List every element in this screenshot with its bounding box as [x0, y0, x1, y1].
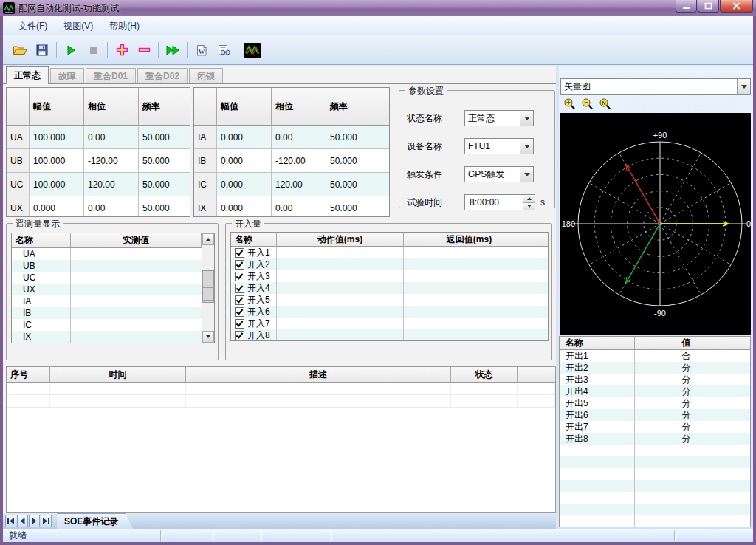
menu-item-2[interactable]: 帮助(H)	[101, 18, 148, 35]
nav-first-icon[interactable]	[5, 515, 16, 527]
menu-item-0[interactable]: 文件(F)	[10, 18, 55, 35]
save-icon[interactable]	[32, 41, 52, 60]
view-selector-combo[interactable]: 矢量图	[560, 78, 751, 95]
scroll-up-icon[interactable]	[202, 233, 214, 245]
amplitude-cell[interactable]: 100.000	[30, 173, 84, 196]
amplitude-cell[interactable]: 100.000	[30, 149, 84, 172]
col-time: 时间	[50, 367, 186, 382]
add-icon[interactable]	[112, 41, 131, 60]
digital-output-row: 开出3分	[560, 374, 750, 385]
nav-next-icon[interactable]	[29, 515, 40, 527]
phase-cell[interactable]: 120.00	[84, 173, 139, 196]
channel-row: IA0.0000.0050.000	[194, 126, 389, 149]
scroll-thumb[interactable]	[202, 270, 214, 303]
frequency-cell[interactable]: 50.000	[326, 173, 389, 196]
tab-正常态[interactable]: 正常态	[6, 66, 49, 84]
channel-label: UB	[7, 149, 30, 172]
nav-prev-icon[interactable]	[17, 515, 28, 527]
group-title: 开入量	[232, 218, 264, 230]
telemetry-scrollbar[interactable]	[202, 233, 214, 343]
chevron-down-icon[interactable]	[520, 139, 533, 154]
frequency-cell[interactable]: 50.000	[139, 196, 190, 217]
spin-up-icon[interactable]	[523, 195, 535, 203]
checkbox-checked-icon[interactable]	[235, 307, 244, 317]
tab-重合D01[interactable]: 重合D01	[86, 68, 136, 83]
amplitude-cell[interactable]: 0.000	[217, 149, 272, 172]
param-combo[interactable]: GPS触发	[464, 166, 534, 182]
checkbox-checked-icon[interactable]	[235, 319, 244, 329]
svg-text:+90: +90	[653, 131, 667, 140]
close-button[interactable]	[720, 0, 753, 13]
open-icon[interactable]	[10, 41, 30, 60]
frequency-cell[interactable]: 50.000	[139, 173, 190, 196]
channel-label: UX	[7, 196, 30, 217]
zoom-reset-icon[interactable]: N	[597, 96, 615, 112]
frequency-cell[interactable]: 50.000	[326, 149, 389, 172]
amplitude-cell[interactable]: 0.000	[217, 196, 272, 217]
phase-cell[interactable]: 0.00	[84, 126, 139, 148]
stop-icon[interactable]	[83, 41, 103, 60]
amplitude-cell[interactable]: 0.000	[217, 126, 272, 148]
phase-cell[interactable]: -120.00	[272, 149, 326, 172]
checkbox-checked-icon[interactable]	[235, 248, 244, 258]
tab-soe-events[interactable]: SOE事件记录	[57, 513, 133, 529]
checkbox-checked-icon[interactable]	[235, 284, 244, 293]
tab-故障[interactable]: 故障	[50, 68, 84, 83]
digital-input-row: 开入4	[231, 282, 548, 294]
blank-cell	[635, 504, 738, 515]
waveform-icon[interactable]	[243, 41, 262, 60]
scroll-down-icon[interactable]	[202, 331, 214, 343]
status-separator	[331, 530, 331, 541]
param-combo[interactable]: FTU1	[464, 138, 534, 154]
amplitude-cell[interactable]: 100.000	[30, 126, 84, 148]
remove-icon[interactable]	[134, 41, 154, 60]
checkbox-checked-icon[interactable]	[235, 295, 244, 305]
col-amplitude: 幅值	[30, 88, 84, 125]
toolbar-separator	[107, 42, 108, 58]
phase-cell[interactable]: 0.00	[272, 196, 326, 217]
amplitude-cell[interactable]: 0.000	[30, 196, 84, 217]
phase-cell[interactable]: -120.00	[84, 149, 139, 172]
frequency-cell[interactable]: 50.000	[326, 126, 389, 148]
minimize-button[interactable]	[676, 0, 697, 13]
tab-闭锁[interactable]: 闭锁	[189, 68, 223, 83]
maximize-button[interactable]	[698, 0, 719, 13]
phase-cell[interactable]: 0.00	[272, 126, 326, 148]
checkbox-checked-icon[interactable]	[235, 331, 244, 340]
frequency-cell[interactable]: 50.000	[139, 149, 190, 172]
col-name: 名称	[12, 233, 71, 247]
frequency-cell[interactable]: 50.000	[326, 196, 389, 217]
frequency-cell[interactable]: 50.000	[139, 126, 190, 148]
spin-down-icon[interactable]	[523, 203, 535, 210]
blank-cell	[738, 504, 750, 515]
print-preview-icon[interactable]	[214, 41, 233, 60]
checkbox-checked-icon[interactable]	[235, 260, 244, 270]
phase-cell[interactable]: 0.00	[84, 196, 139, 217]
return-value-cell	[404, 282, 535, 294]
tab-重合D02[interactable]: 重合D02	[137, 68, 188, 83]
param-label: 状态名称	[407, 112, 464, 125]
digital-input-name-cell: 开入1	[231, 247, 277, 258]
menu-item-1[interactable]: 视图(V)	[55, 18, 101, 35]
fast-run-icon[interactable]	[163, 41, 182, 60]
zoom-in-icon[interactable]	[562, 96, 580, 112]
chevron-down-icon[interactable]	[520, 111, 533, 126]
phase-cell[interactable]: 120.00	[272, 173, 326, 196]
spinner-buttons[interactable]	[523, 195, 535, 210]
test-time-spinner[interactable]: 8:00:00	[464, 194, 535, 210]
nav-last-icon[interactable]	[41, 515, 52, 527]
blank-cell	[738, 445, 750, 456]
output-empty-row	[560, 504, 750, 515]
param-combo[interactable]: 正常态	[464, 110, 534, 126]
chevron-down-icon[interactable]	[737, 79, 750, 94]
chevron-down-icon[interactable]	[520, 167, 533, 182]
amplitude-cell[interactable]: 0.000	[217, 173, 272, 196]
zoom-out-icon[interactable]	[580, 96, 597, 112]
run-icon[interactable]	[61, 41, 80, 60]
blank-cell	[635, 515, 738, 527]
combo-value: GPS触发	[465, 167, 520, 182]
checkbox-checked-icon[interactable]	[235, 272, 244, 281]
digital-input-table: 名称 动作值(ms) 返回值(ms) 开入1开入2开入3开入4开入5开入6开入7…	[230, 232, 549, 341]
word-report-icon[interactable]: W	[192, 41, 211, 60]
menu-bar: 文件(F)视图(V)帮助(H)	[3, 16, 753, 35]
